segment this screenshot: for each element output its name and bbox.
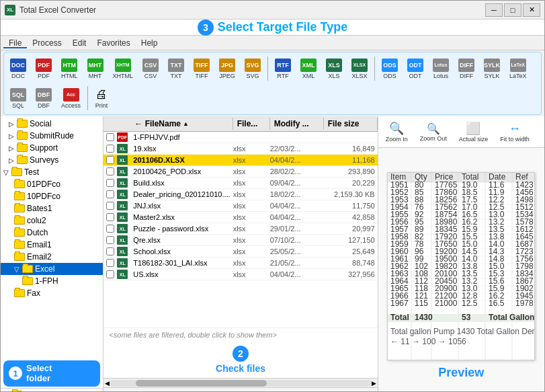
format-tiff[interactable]: TIFF TIFF xyxy=(190,54,214,83)
format-sylk[interactable]: SYLK SYLK xyxy=(480,54,504,83)
sidebar-item-email1[interactable]: Email1 xyxy=(1,239,103,251)
file-checkbox[interactable] xyxy=(106,270,114,278)
format-txt[interactable]: TXT TXT xyxy=(164,54,188,83)
format-ods[interactable]: ODS ODS xyxy=(378,54,402,83)
sidebar-item-wantmore[interactable]: ▷ WantMore! xyxy=(1,388,103,392)
fit-width-icon: ↔ xyxy=(509,122,521,136)
sidebar-item-01pdfco[interactable]: 01PDFco xyxy=(1,178,103,190)
minimize-button[interactable]: ─ xyxy=(485,3,503,17)
file-checkbox[interactable] xyxy=(106,259,114,267)
format-doc[interactable]: DOC DOC xyxy=(6,54,30,83)
maximize-button[interactable]: □ xyxy=(504,3,521,17)
preview-image: Item Qty Price Total Date Ref xyxy=(387,172,535,360)
format-pdf[interactable]: PDF PDF xyxy=(32,54,56,83)
format-jpeg[interactable]: JPG JPEG xyxy=(215,54,239,83)
file-checkbox-cell xyxy=(103,213,117,221)
file-row[interactable]: XLQre.xlsxxlsx07/10/2...127,150 xyxy=(103,235,377,246)
format-odt[interactable]: ODT ODT xyxy=(403,54,427,83)
file-checkbox[interactable] xyxy=(106,167,114,175)
menu-favorites[interactable]: Favorites xyxy=(91,37,135,48)
sidebar-item-dutch[interactable]: Dutch xyxy=(1,227,103,239)
file-size: 16,849 xyxy=(324,145,378,153)
format-dbf[interactable]: DBF DBF xyxy=(32,84,56,112)
close-button[interactable]: ✕ xyxy=(523,3,540,17)
format-rtf[interactable]: RTF RTF xyxy=(271,54,295,83)
menu-edit[interactable]: Edit xyxy=(67,37,92,48)
file-checkbox[interactable] xyxy=(106,236,114,244)
col-filename-header[interactable]: ← FileName ▲ xyxy=(130,118,233,130)
file-row[interactable]: XLMaster2.xlsxxlsx04/04/2...42,858 xyxy=(103,212,377,223)
file-checkbox[interactable] xyxy=(106,156,114,164)
sidebar-item-1fph[interactable]: 1-FPH xyxy=(1,275,103,287)
format-svg[interactable]: SVG SVG xyxy=(241,54,265,83)
menu-process[interactable]: Process xyxy=(27,37,67,48)
sidebar-item-social[interactable]: ▷ Social xyxy=(1,118,103,130)
check-files-label[interactable]: Check files xyxy=(216,363,265,374)
menu-file[interactable]: File xyxy=(3,37,27,48)
format-xls[interactable]: XLS XLS xyxy=(322,54,346,83)
txt-icon: TXT xyxy=(168,58,184,72)
col-modify-header[interactable]: Modify ... xyxy=(270,118,324,130)
format-access[interactable]: Acc Access xyxy=(57,84,85,112)
dbf-icon: DBF xyxy=(36,88,52,102)
file-row[interactable]: XLPuzzle - password.xlsxxlsx29/01/2...20… xyxy=(103,223,377,235)
file-checkbox[interactable] xyxy=(106,225,114,233)
sidebar-item-email2[interactable]: Email2 xyxy=(1,251,103,263)
file-checkbox[interactable] xyxy=(106,190,114,198)
actual-size-button[interactable]: ⬜ Actual size xyxy=(454,119,493,145)
col-size-header[interactable]: File size xyxy=(324,118,378,130)
file-hscroll[interactable]: ◀ ▶ xyxy=(103,378,377,387)
file-row[interactable]: XL20100426_POD.xlsxxlsx28/02/2...293,890 xyxy=(103,166,377,178)
hscroll-track[interactable] xyxy=(110,380,371,387)
file-row[interactable]: XLBuild.xlsxxlsx09/04/2...20,229 xyxy=(103,178,377,189)
file-date: 04/04/2... xyxy=(270,270,324,278)
select-folder-area: 1 Selectfolder xyxy=(1,359,103,388)
file-checkbox[interactable] xyxy=(106,202,114,210)
fit-to-width-button[interactable]: ↔ Fit to width xyxy=(495,120,534,145)
col-type-header[interactable]: File... xyxy=(233,118,270,130)
file-row[interactable]: XLJNJ.xlsxxlsx04/04/2...11,750 xyxy=(103,200,377,212)
file-checkbox[interactable] xyxy=(106,179,114,187)
format-xlsx[interactable]: XLSX XLSX xyxy=(347,54,372,83)
format-diff[interactable]: DIFF DIFF xyxy=(454,54,478,83)
folder-icon xyxy=(17,120,28,128)
sidebar-item-colu2[interactable]: colu2 xyxy=(1,214,103,227)
file-row[interactable]: XL201106D.XLSXxlsx04/04/2...11,168 xyxy=(103,155,377,166)
sidebar-item-excel[interactable]: ▽ Excel xyxy=(1,263,103,275)
file-row[interactable]: XLDealer_pricing_020121010....xlsx18/02/… xyxy=(103,189,377,200)
file-checkbox[interactable] xyxy=(106,213,114,221)
file-checkbox[interactable] xyxy=(106,133,114,141)
format-xhtml[interactable]: XHTM XHTML xyxy=(109,54,138,83)
sidebar-item-10pdfco[interactable]: 10PDFco xyxy=(1,190,103,202)
sidebar-item-bates1[interactable]: Bates1 xyxy=(1,202,103,214)
file-date: 04/04/2... xyxy=(270,213,324,221)
file-size: 327,956 xyxy=(324,270,378,278)
sidebar-item-fax[interactable]: Fax xyxy=(1,287,103,299)
format-sql[interactable]: SQL SQL xyxy=(6,84,30,112)
format-latex[interactable]: LaTeX LaTeX xyxy=(505,54,531,83)
format-mht[interactable]: MHT MHT xyxy=(83,54,108,83)
format-html[interactable]: HTM HTML xyxy=(57,54,82,83)
file-row[interactable]: XLUS.xlsxxlsx04/04/2...327,956 xyxy=(103,269,377,280)
format-lotus[interactable]: Lotus Lotus xyxy=(429,54,453,83)
hscroll-left-icon[interactable]: ◀ xyxy=(105,380,110,387)
sidebar-item-support[interactable]: ▷ Support xyxy=(1,142,103,154)
zoom-in-button[interactable]: 🔍 Zoom In xyxy=(381,119,413,145)
file-row[interactable]: XLT186182-301_LAI.xlsxxlsx21/05/2...88,7… xyxy=(103,258,377,269)
menu-help[interactable]: Help xyxy=(136,37,163,48)
file-row[interactable]: PDF1-FPHJVV.pdf xyxy=(103,132,377,143)
file-checkbox[interactable] xyxy=(106,247,114,256)
format-csv[interactable]: CSV CSV xyxy=(138,54,163,83)
sidebar-item-surveys[interactable]: ▷ Surveys xyxy=(1,154,103,166)
sidebar-item-test[interactable]: ▽ Test xyxy=(1,166,103,178)
hscroll-right-icon[interactable]: ▶ xyxy=(372,380,376,387)
zoom-out-button[interactable]: 🔍 Zoom Out xyxy=(415,120,452,144)
select-folder-button[interactable]: 1 Selectfolder xyxy=(3,360,100,387)
file-checkbox[interactable] xyxy=(106,145,114,153)
file-name: 19.xlsx xyxy=(130,145,233,153)
format-xml[interactable]: XML XML xyxy=(296,54,321,83)
file-row[interactable]: XLSchool.xlsxxlsx25/05/2...25,649 xyxy=(103,246,377,258)
format-print[interactable]: 🖨 Print xyxy=(91,84,112,112)
file-row[interactable]: XL19.xlsxxlsx22/03/2...16,849 xyxy=(103,143,377,155)
sidebar-item-submitrude[interactable]: ▷ SubmitRude xyxy=(1,130,103,142)
